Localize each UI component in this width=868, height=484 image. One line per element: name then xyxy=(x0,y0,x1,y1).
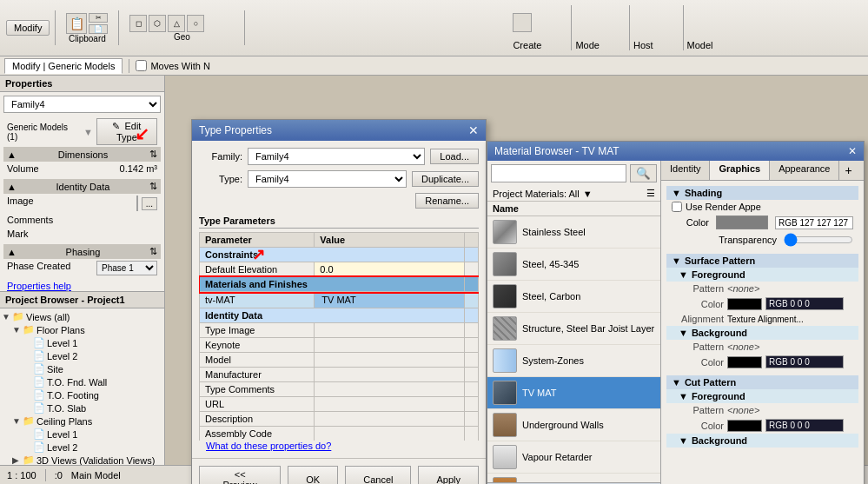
ok-button[interactable]: OK xyxy=(288,466,338,484)
tab-add[interactable]: + xyxy=(839,161,857,180)
rename-button[interactable]: Rename... xyxy=(415,193,479,209)
mat-search-button[interactable]: 🔍 xyxy=(630,164,657,182)
tab-identity[interactable]: Identity xyxy=(661,161,710,180)
mat-browser-body: 🔍 Project Materials: All ▼ ☰ Name Stainl… xyxy=(487,161,864,484)
use-render-checkbox[interactable] xyxy=(672,202,682,212)
shading-color-swatch[interactable] xyxy=(716,215,768,229)
tab-appearance[interactable]: Appearance xyxy=(770,161,839,180)
tree-ceiling-plans[interactable]: ▼ 📁 Ceiling Plans xyxy=(2,414,162,428)
tv-mat-input[interactable] xyxy=(320,294,459,306)
family-row: Family: Family4 Load... xyxy=(199,148,479,165)
ribbon: Modify 📋 ✂ 📄 Clipboard ◻ ⬡ △ ○ Geo xyxy=(0,0,868,56)
geo-label: Geo xyxy=(174,32,190,42)
create-icon[interactable] xyxy=(513,13,532,32)
type-properties-title[interactable]: Type Properties ✕ xyxy=(192,120,486,141)
dimensions-header[interactable]: ▲ Dimensions ⇅ xyxy=(3,147,161,162)
tree-toslab[interactable]: 📄 T.O. Slab xyxy=(2,401,162,414)
phasing-header[interactable]: ▲ Phasing ⇅ xyxy=(3,244,161,259)
expand-floor-icon: ▼ xyxy=(12,325,21,335)
surface-pattern-header[interactable]: ▼ Surface Pattern xyxy=(666,254,858,268)
material-browser-title[interactable]: Material Browser - TV MAT ✕ xyxy=(487,142,864,161)
mat-filter-dropdown-icon: ▼ xyxy=(583,189,593,199)
moves-with-checkbox[interactable] xyxy=(136,60,147,71)
what-does-link[interactable]: What do these properties do? xyxy=(199,439,338,453)
shading-header[interactable]: ▼ Shading xyxy=(666,186,858,200)
mat-item-woodstained[interactable]: Wood - Stained xyxy=(487,474,660,482)
type-dialog-select[interactable]: Family4 xyxy=(248,170,407,188)
properties-help-link[interactable]: Properties help xyxy=(3,279,75,291)
tree-views-all[interactable]: ▼ 📁 Views (all) xyxy=(2,310,162,323)
tree-tofnd[interactable]: 📄 T.O. Fnd. Wall xyxy=(2,375,162,388)
tree-level1[interactable]: 📄 Level 1 xyxy=(2,336,162,349)
transparency-slider[interactable] xyxy=(784,233,853,247)
image-browse-btn[interactable]: ... xyxy=(142,197,157,210)
mat-item-stainless[interactable]: Stainless Steel xyxy=(487,216,660,249)
mat-search-input[interactable] xyxy=(491,164,626,182)
identity-header[interactable]: ▲ Identity Data ⇅ xyxy=(3,179,161,194)
cut-fg-color-text: RGB 0 0 0 xyxy=(765,419,844,432)
tv-mat-value[interactable] xyxy=(315,292,465,308)
image-input[interactable] xyxy=(136,196,138,211)
tofnd-icon: 📄 xyxy=(33,376,45,388)
surface-bg-color-swatch[interactable] xyxy=(727,356,762,368)
tab-modify-generic[interactable]: Modify | Generic Models xyxy=(4,58,123,74)
tree-ceiling-level1[interactable]: 📄 Level 1 xyxy=(2,428,162,441)
params-table: Parameter Value Constraints Default Elev… xyxy=(199,232,479,441)
type-properties-dialog: Type Properties ✕ Family: Family4 Load..… xyxy=(191,119,487,484)
cut-bg-header[interactable]: ▼ Background xyxy=(666,434,858,448)
tree-site[interactable]: 📄 Site xyxy=(2,362,162,375)
tree-tofooting[interactable]: 📄 T.O. Footing xyxy=(2,388,162,401)
dialog-apply-button[interactable]: Apply xyxy=(418,466,479,484)
main-area: Properties Family4 Generic Models (1) ▼ … xyxy=(0,76,868,484)
family-dropdown[interactable]: Family4 xyxy=(3,96,161,113)
paste-icon[interactable]: 📋 xyxy=(66,13,87,34)
surface-fg-header[interactable]: ▼ Foreground xyxy=(666,268,858,282)
surface-fg-color-swatch[interactable] xyxy=(727,298,762,310)
volume-row: Volume 0.142 m³ xyxy=(3,162,161,176)
cut-fg-pattern-value: <none> xyxy=(727,405,759,415)
family-dialog-select[interactable]: Family4 xyxy=(248,148,425,165)
mat-name-header: Name xyxy=(487,202,660,216)
default-elevation-value[interactable] xyxy=(315,262,465,277)
mat-item-underground[interactable]: Underground Walls xyxy=(487,409,660,441)
phase-select[interactable]: Phase 1 xyxy=(96,261,157,275)
surface-bg-header[interactable]: ▼ Background xyxy=(666,326,858,340)
mat-item-tvmat[interactable]: TV MAT xyxy=(487,377,660,409)
tree-level2[interactable]: 📄 Level 2 xyxy=(2,349,162,362)
mat-browser-close[interactable]: ✕ xyxy=(848,145,857,157)
mat-item-steel45[interactable]: Steel, 45-345 xyxy=(487,249,660,281)
tree-floor-plans[interactable]: ▼ 📁 Floor Plans xyxy=(2,323,162,336)
geo-icon1[interactable]: ◻ xyxy=(129,15,147,32)
geo-icon3[interactable]: △ xyxy=(168,15,185,32)
mat-item-carbon[interactable]: Steel, Carbon xyxy=(487,281,660,313)
mat-filter-row: Project Materials: All ▼ ☰ xyxy=(487,186,660,202)
geo-icon2[interactable]: ⬡ xyxy=(149,15,166,32)
cut-pattern-header[interactable]: ▼ Cut Pattern xyxy=(666,375,858,389)
cut-fg-color-swatch[interactable] xyxy=(727,420,762,432)
floor-folder-icon: 📁 xyxy=(23,324,35,335)
cut-fg-header[interactable]: ▼ Foreground xyxy=(666,389,858,403)
mat-list-view-icon[interactable]: ☰ xyxy=(646,188,655,199)
duplicate-button[interactable]: Duplicate... xyxy=(412,171,479,187)
cancel-button[interactable]: Cancel xyxy=(345,466,411,484)
cut-icon[interactable]: ✂ xyxy=(89,13,108,23)
tree-ceiling-level2[interactable]: 📄 Level 2 xyxy=(2,441,162,454)
load-button[interactable]: Load... xyxy=(430,149,479,164)
mat-thumb-vapour xyxy=(493,445,517,469)
edit-type-button[interactable]: ✎ Edit Type xyxy=(96,118,157,145)
identity-sort-icon: ⇅ xyxy=(149,181,157,192)
cut-fg-expand-icon: ▼ xyxy=(679,391,688,401)
tab-graphics[interactable]: Graphics xyxy=(710,161,770,180)
mat-item-systemzones[interactable]: System-Zones xyxy=(487,345,660,377)
shading-color-text: RGB 127 127 127 xyxy=(775,216,853,229)
type-properties-close[interactable]: ✕ xyxy=(468,123,479,137)
mat-item-structure[interactable]: Structure, Steel Bar Joist Layer xyxy=(487,313,660,345)
geo-icon4[interactable]: ○ xyxy=(187,15,204,32)
modify-button[interactable]: Modify xyxy=(6,20,50,36)
mat-item-vapour[interactable]: Vapour Retarder xyxy=(487,441,660,474)
tree-area: ▼ 📁 Views (all) ▼ 📁 Floor Plans 📄 Level … xyxy=(0,308,164,481)
mat-thumb-carbon xyxy=(493,284,517,308)
default-elevation-input[interactable] xyxy=(320,264,459,275)
preview-button[interactable]: << Preview xyxy=(199,466,281,484)
copy-icon[interactable]: 📄 xyxy=(89,24,108,34)
